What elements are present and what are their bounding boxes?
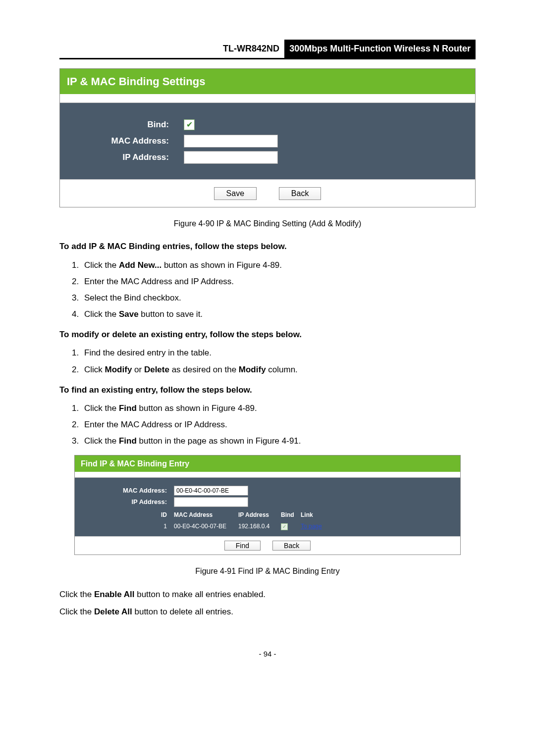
list-item: Click the Find button in the page as sho…: [81, 434, 476, 448]
find-ip-input[interactable]: [174, 497, 248, 507]
find-ip-label: IP Address:: [75, 497, 174, 507]
doc-header: TL-WR842ND 300Mbps Multi-Function Wirele…: [59, 40, 476, 59]
find-steps-list: Click the Find button as shown in Figure…: [59, 402, 476, 448]
row-id: 1: [75, 522, 174, 531]
col-link-header: Link: [301, 510, 330, 520]
find-section-title: To find an existing entry, follow the st…: [59, 383, 476, 397]
binding-settings-title: IP & MAC Binding Settings: [60, 69, 475, 94]
list-item: Click the Find button as shown in Figure…: [81, 402, 476, 415]
find-button[interactable]: Find: [224, 541, 261, 551]
find-mac-input[interactable]: [174, 486, 248, 496]
bind-mini-checkbox[interactable]: ✓: [281, 523, 288, 530]
model-label: TL-WR842ND: [218, 40, 284, 58]
modify-section-title: To modify or delete an existing entry, f…: [59, 328, 476, 341]
find-back-button[interactable]: Back: [272, 541, 311, 551]
ip-label: IP Address:: [60, 151, 184, 164]
row-ip: 192.168.0.4: [238, 522, 281, 531]
col-mac-header: MAC Address: [174, 510, 238, 520]
figure-caption-1: Figure 4-90 IP & MAC Binding Setting (Ad…: [59, 217, 476, 230]
model-desc: 300Mbps Multi-Function Wireless N Router: [284, 40, 476, 58]
list-item: Click the Add New... button as shown in …: [81, 258, 476, 272]
bind-label: Bind:: [60, 118, 184, 131]
check-icon: ✔: [186, 118, 193, 131]
save-button[interactable]: Save: [214, 187, 257, 200]
list-item: Click Modify or Delete as desired on the…: [81, 363, 476, 376]
col-id-header: ID: [75, 510, 174, 520]
figure-caption-2: Figure 4-91 Find IP & MAC Binding Entry: [59, 565, 476, 578]
list-item: Select the Bind checkbox.: [81, 291, 476, 304]
find-mac-label: MAC Address:: [75, 486, 174, 496]
list-item: Find the desired entry in the table.: [81, 346, 476, 359]
enable-all-text: Click the Enable All button to make all …: [59, 588, 476, 601]
list-item: Enter the MAC Address and IP Address.: [81, 275, 476, 288]
to-page-link[interactable]: To page: [301, 523, 322, 530]
row-bind: ✓: [281, 522, 301, 531]
mac-label: MAC Address:: [60, 134, 184, 148]
panel-separator: [60, 94, 475, 103]
page-number: - 94 -: [59, 648, 476, 660]
col-ip-header: IP Address: [238, 510, 281, 520]
modify-steps-list: Find the desired entry in the table. Cli…: [59, 346, 476, 376]
ip-input[interactable]: [184, 151, 278, 164]
back-button[interactable]: Back: [279, 187, 321, 200]
list-item: Click the Save button to save it.: [81, 307, 476, 321]
mac-input[interactable]: [184, 135, 278, 148]
col-bind-header: Bind: [281, 510, 301, 520]
find-binding-panel: Find IP & MAC Binding Entry MAC Address:…: [74, 455, 461, 555]
add-steps-list: Click the Add New... button as shown in …: [59, 258, 476, 321]
binding-settings-panel: IP & MAC Binding Settings Bind: ✔ MAC Ad…: [59, 68, 476, 207]
delete-all-text: Click the Delete All button to delete al…: [59, 605, 476, 618]
list-item: Enter the MAC Address or IP Address.: [81, 418, 476, 431]
add-section-title: To add IP & MAC Binding entries, follow …: [59, 240, 476, 253]
find-binding-title: Find IP & MAC Binding Entry: [75, 455, 460, 472]
row-mac: 00-E0-4C-00-07-BE: [174, 522, 238, 531]
panel-separator: [75, 472, 460, 478]
check-icon: ✓: [282, 523, 286, 531]
bind-checkbox[interactable]: ✔: [184, 119, 195, 130]
